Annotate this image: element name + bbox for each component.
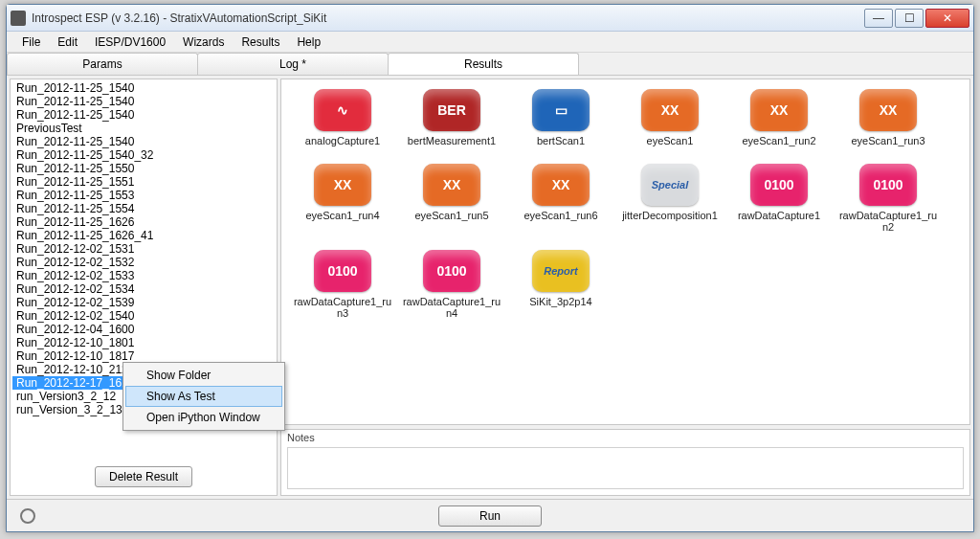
result-label: eyeScan1_run2: [742, 135, 815, 146]
tab-log-[interactable]: Log *: [197, 53, 389, 75]
result-icon: 0100: [423, 250, 480, 292]
context-menu-item-open-ipython-window[interactable]: Open iPython Window: [125, 407, 282, 428]
result-label: SiKit_3p2p14: [529, 296, 591, 307]
run-list-item[interactable]: Run_2012-11-25_1550: [12, 162, 275, 175]
result-icon: ▭: [532, 89, 590, 131]
result-icon: Special: [641, 164, 699, 206]
result-item[interactable]: XXeyeScan1: [618, 89, 722, 146]
menu-results[interactable]: Results: [234, 34, 287, 51]
close-button[interactable]: ✕: [925, 9, 969, 28]
result-label: rawDataCapture1_run3: [291, 296, 394, 319]
menu-help[interactable]: Help: [289, 34, 328, 51]
result-item[interactable]: ∿analogCapture1: [291, 89, 394, 146]
tab-params[interactable]: Params: [7, 53, 198, 75]
run-list-item[interactable]: Run_2012-12-10_1817: [12, 349, 275, 363]
result-item[interactable]: 0100rawDataCapture1_run4: [400, 250, 503, 319]
titlebar: Introspect ESP (v 3.2.16) - StratixVAuto…: [7, 5, 973, 32]
menu-wizards[interactable]: Wizards: [175, 34, 232, 51]
run-button[interactable]: Run: [438, 505, 542, 527]
result-label: eyeScan1_run3: [851, 135, 924, 146]
result-label: eyeScan1: [647, 135, 694, 146]
context-menu-item-show-as-test[interactable]: Show As Test: [125, 386, 282, 407]
result-icon: XX: [532, 164, 590, 206]
run-list-item[interactable]: Run_2012-12-02_1532: [12, 256, 275, 269]
right-pane: ∿analogCapture1BERbertMeasurement1▭bertS…: [280, 79, 970, 496]
result-item[interactable]: XXeyeScan1_run2: [727, 89, 831, 146]
run-list-item[interactable]: Run_2012-12-02_1539: [12, 296, 275, 309]
menu-file[interactable]: File: [14, 34, 48, 51]
result-icon: XX: [641, 89, 699, 131]
window-buttons: — ☐ ✕: [862, 9, 969, 28]
result-icon: XX: [314, 164, 371, 206]
run-list-item[interactable]: PreviousTest: [12, 122, 275, 135]
menu-edit[interactable]: Edit: [50, 34, 85, 51]
run-list-item[interactable]: Run_2012-12-02_1540: [12, 309, 275, 323]
result-item[interactable]: XXeyeScan1_run3: [836, 89, 940, 146]
maximize-icon: ☐: [904, 11, 915, 25]
left-pane: Run_2012-11-25_1540Run_2012-11-25_1540Ru…: [10, 79, 278, 496]
notes-panel: Notes: [280, 429, 970, 496]
result-item[interactable]: 0100rawDataCapture1: [727, 164, 831, 233]
result-icon: Report: [532, 250, 590, 292]
result-item[interactable]: SpecialjitterDecomposition1: [618, 164, 722, 233]
maximize-button[interactable]: ☐: [895, 9, 924, 28]
result-icon: XX: [423, 164, 480, 206]
result-icon: BER: [423, 89, 480, 131]
result-item[interactable]: ▭bertScan1: [509, 89, 612, 146]
result-item[interactable]: ReportSiKit_3p2p14: [509, 250, 612, 319]
result-item[interactable]: XXeyeScan1_run5: [400, 164, 503, 233]
app-window: Introspect ESP (v 3.2.16) - StratixVAuto…: [6, 4, 974, 532]
run-list-item[interactable]: Run_2012-11-25_1540: [12, 95, 275, 108]
run-list-item[interactable]: Run_2012-12-10_1801: [12, 336, 275, 349]
run-list-item[interactable]: Run_2012-11-25_1626_41: [12, 229, 275, 242]
result-icon: 0100: [859, 164, 917, 206]
run-list-item[interactable]: Run_2012-12-02_1533: [12, 269, 275, 282]
run-list-item[interactable]: Run_2012-11-25_1540: [12, 108, 275, 122]
result-item[interactable]: BERbertMeasurement1: [400, 89, 503, 146]
notes-label: Notes: [281, 430, 969, 445]
result-item[interactable]: 0100rawDataCapture1_run2: [836, 164, 940, 233]
status-indicator-icon: [20, 508, 35, 524]
result-item[interactable]: XXeyeScan1_run4: [291, 164, 394, 233]
run-list-item[interactable]: Run_2012-11-25_1553: [12, 189, 275, 202]
menu-iesp-dv1600[interactable]: IESP/DV1600: [87, 34, 173, 51]
context-menu-item-show-folder[interactable]: Show Folder: [125, 365, 282, 386]
minimize-button[interactable]: —: [864, 9, 893, 28]
run-list-item[interactable]: Run_2012-11-25_1626: [12, 215, 275, 229]
notes-textarea[interactable]: [287, 447, 964, 489]
run-list-item[interactable]: Run_2012-11-25_1540_32: [12, 148, 275, 162]
result-item[interactable]: XXeyeScan1_run6: [509, 164, 612, 233]
result-icon: XX: [750, 89, 808, 131]
tab-label: Log *: [279, 57, 306, 71]
result-icon: 0100: [314, 250, 371, 292]
result-item[interactable]: 0100rawDataCapture1_run3: [291, 250, 394, 319]
delete-result-button[interactable]: Delete Result: [95, 466, 192, 487]
result-label: rawDataCapture1_run4: [400, 296, 503, 319]
delete-wrap: Delete Result: [11, 459, 277, 495]
tab-label: Params: [82, 57, 122, 71]
run-list-item[interactable]: Run_2012-11-25_1554: [12, 202, 275, 215]
run-list-item[interactable]: Run_2012-12-02_1531: [12, 242, 275, 256]
run-list-item[interactable]: Run_2012-11-25_1540: [12, 135, 275, 148]
result-label: rawDataCapture1_run2: [836, 210, 940, 233]
result-label: eyeScan1_run6: [523, 210, 597, 221]
tab-results[interactable]: Results: [388, 53, 579, 75]
run-list-item[interactable]: Run_2012-12-04_1600: [12, 323, 275, 336]
menubar: FileEditIESP/DV1600WizardsResultsHelp: [7, 32, 973, 53]
result-icon: XX: [859, 89, 917, 131]
bottombar: Run: [7, 499, 973, 531]
run-list-item[interactable]: Run_2012-11-25_1551: [12, 175, 275, 189]
minimize-icon: —: [873, 11, 884, 25]
result-label: eyeScan1_run4: [305, 210, 379, 221]
context-menu: Show FolderShow As TestOpen iPython Wind…: [122, 362, 285, 431]
app-icon: [11, 11, 26, 26]
result-icon: ∿: [314, 89, 371, 131]
run-list-item[interactable]: Run_2012-11-25_1540: [12, 81, 275, 95]
results-grid: ∿analogCapture1BERbertMeasurement1▭bertS…: [291, 89, 960, 319]
main-area: Run_2012-11-25_1540Run_2012-11-25_1540Ru…: [7, 76, 973, 499]
result-icon: 0100: [750, 164, 808, 206]
result-label: rawDataCapture1: [738, 210, 820, 221]
tabstrip: ParamsLog *Results: [7, 53, 973, 76]
run-list-item[interactable]: Run_2012-12-02_1534: [12, 282, 275, 296]
result-label: analogCapture1: [305, 135, 380, 146]
